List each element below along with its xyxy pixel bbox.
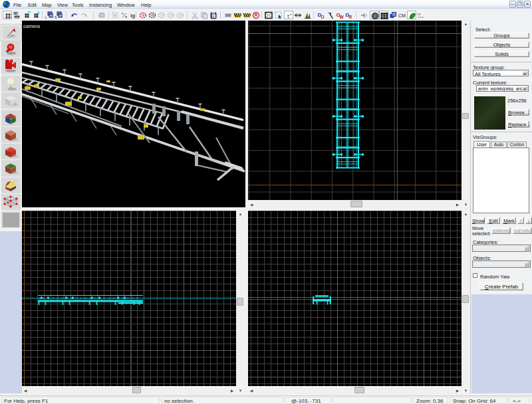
svg-text:S: S	[55, 15, 57, 19]
svg-text:R: R	[348, 15, 352, 19]
svg-text:O: O	[321, 15, 324, 19]
svg-text:ro: ro	[418, 12, 421, 16]
svg-text:ig: ig	[130, 13, 135, 19]
svg-text:R: R	[254, 13, 257, 17]
svg-text:3D: 3D	[13, 11, 18, 15]
svg-text:L: L	[235, 14, 237, 18]
svg-text:A: A	[212, 15, 214, 18]
svg-text:t⌜: t⌜	[287, 14, 291, 19]
svg-text:W: W	[339, 15, 344, 19]
svg-text:L: L	[45, 15, 47, 19]
svg-text:CM: CM	[398, 13, 406, 18]
